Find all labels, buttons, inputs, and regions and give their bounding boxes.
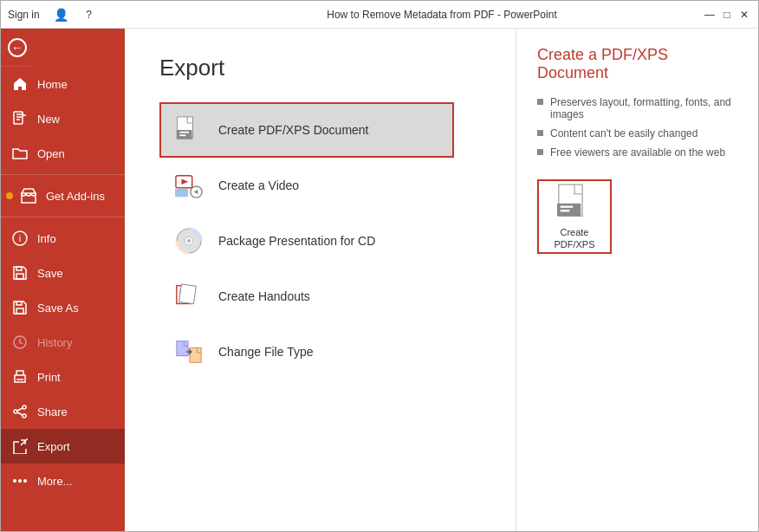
help-button[interactable]: ? — [82, 8, 96, 22]
maximize-button[interactable]: □ — [720, 8, 734, 22]
svg-rect-4 — [16, 274, 23, 279]
sidebar-item-open[interactable]: Open — [1, 136, 125, 171]
window-title: How to Remove Metadata from PDF - PowerP… — [181, 9, 703, 21]
sidebar-label-history: History — [37, 336, 72, 349]
sidebar-item-history[interactable]: History — [1, 325, 125, 360]
feature-list: Preserves layout, formatting, fonts, and… — [537, 96, 737, 159]
cd-icon — [173, 225, 204, 256]
svg-point-12 — [23, 414, 26, 418]
right-panel-title: Create a PDF/XPS Document — [537, 46, 737, 82]
svg-point-26 — [187, 239, 191, 243]
svg-text:i: i — [19, 233, 21, 243]
svg-rect-7 — [16, 302, 22, 305]
store-icon — [20, 187, 37, 204]
content-area: Export Create PDF/XPS Document — [125, 29, 516, 532]
sidebar-label-new: New — [37, 113, 60, 126]
sidebar-label-saveas: Save As — [37, 302, 79, 315]
history-icon — [11, 334, 29, 351]
bullet-item-3: Free viewers are available on the web — [537, 146, 737, 159]
svg-point-13 — [13, 479, 16, 483]
minimize-button[interactable]: — — [703, 8, 717, 22]
svg-rect-1 — [22, 193, 36, 203]
export-option-label-handouts: Create Handouts — [218, 289, 310, 303]
svg-rect-19 — [179, 134, 185, 136]
sidebar-label-info: Info — [37, 232, 56, 245]
sidebar-item-addins[interactable]: Get Add-ins — [1, 178, 125, 213]
export-option-label-cd: Package Presentation for CD — [218, 234, 375, 248]
signin-link[interactable]: Sign in — [8, 9, 40, 21]
svg-rect-33 — [190, 347, 201, 362]
svg-rect-36 — [561, 205, 574, 207]
bullet-square-2 — [537, 130, 543, 136]
svg-rect-31 — [179, 284, 197, 304]
share-icon — [11, 403, 29, 420]
sidebar-divider-1 — [1, 174, 125, 175]
svg-point-14 — [18, 479, 22, 483]
sidebar-label-home: Home — [37, 78, 68, 91]
sidebar-item-save[interactable]: Save — [1, 256, 125, 290]
bullet-text-2: Content can't be easily changed — [550, 127, 697, 139]
bullet-text-1: Preserves layout, formatting, fonts, and… — [550, 96, 737, 120]
sidebar-label-open: Open — [37, 147, 65, 160]
create-btn-label: CreatePDF/XPS — [554, 226, 594, 251]
export-option-package-cd[interactable]: Package Presentation for CD — [159, 213, 454, 269]
export-option-create-handouts[interactable]: Create Handouts — [159, 269, 454, 324]
print-icon — [11, 368, 29, 386]
sidebar-label-print: Print — [37, 371, 61, 384]
bullet-item-1: Preserves layout, formatting, fonts, and… — [537, 96, 737, 120]
bullet-square-3 — [537, 149, 543, 155]
close-button[interactable]: ✕ — [737, 8, 751, 22]
video-icon — [173, 170, 204, 201]
sidebar-item-info[interactable]: i Info — [1, 221, 125, 256]
sidebar-label-addins: Get Add-ins — [46, 190, 105, 203]
bullet-square-1 — [537, 99, 543, 105]
sidebar-item-new[interactable]: New — [1, 101, 125, 136]
app-body: ← Home New Open Get — [1, 29, 758, 532]
svg-rect-18 — [179, 132, 189, 133]
svg-rect-5 — [16, 267, 22, 270]
back-button[interactable]: ← — [1, 29, 34, 67]
info-icon: i — [11, 230, 29, 247]
right-panel: Create a PDF/XPS Document Preserves layo… — [516, 29, 758, 532]
export-option-label-pdf: Create PDF/XPS Document — [218, 123, 369, 137]
people-icon: 👤 — [54, 8, 68, 22]
sidebar-item-print[interactable]: Print — [1, 360, 125, 394]
save-icon — [11, 264, 29, 282]
titlebar: Sign in 👤 ? How to Remove Metadata from … — [1, 1, 758, 29]
svg-rect-32 — [177, 341, 188, 356]
saveas-icon — [11, 299, 29, 316]
dot-indicator — [6, 192, 13, 199]
sidebar-item-share[interactable]: Share — [1, 394, 125, 429]
export-option-change-filetype[interactable]: Change File Type — [159, 324, 454, 380]
sidebar-divider-2 — [1, 217, 125, 217]
sidebar-item-export[interactable]: Export — [1, 429, 125, 464]
more-icon — [11, 472, 29, 490]
svg-rect-37 — [561, 210, 570, 211]
sidebar-item-home[interactable]: Home — [1, 67, 125, 101]
export-option-label-filetype: Change File Type — [218, 345, 313, 359]
create-pdf-xps-button[interactable]: CreatePDF/XPS — [537, 179, 612, 254]
export-option-create-video[interactable]: Create a Video — [159, 158, 454, 213]
sidebar-label-share: Share — [37, 405, 68, 418]
sidebar-item-saveas[interactable]: Save As — [1, 290, 125, 325]
bullet-item-2: Content can't be easily changed — [537, 127, 737, 139]
page-title: Export — [159, 55, 481, 81]
export-option-label-video: Create a Video — [218, 178, 299, 192]
export-options-list: Create PDF/XPS Document Create a Video — [159, 102, 454, 380]
window-controls: — □ ✕ — [703, 8, 751, 22]
folder-icon — [11, 145, 29, 162]
svg-point-11 — [14, 410, 17, 413]
bullet-text-3: Free viewers are available on the web — [550, 146, 725, 159]
sidebar: ← Home New Open Get — [1, 29, 125, 532]
home-icon — [11, 75, 29, 93]
filetype-icon — [173, 336, 204, 367]
svg-rect-22 — [175, 189, 188, 197]
back-icon: ← — [8, 38, 27, 57]
svg-rect-6 — [16, 308, 23, 314]
sidebar-label-export: Export — [37, 440, 70, 453]
pdf-xps-icon — [173, 114, 204, 146]
sidebar-item-more[interactable]: More... — [1, 464, 125, 498]
sidebar-label-save: Save — [37, 267, 63, 280]
export-option-create-pdf[interactable]: Create PDF/XPS Document — [159, 102, 454, 158]
svg-point-15 — [23, 479, 27, 483]
